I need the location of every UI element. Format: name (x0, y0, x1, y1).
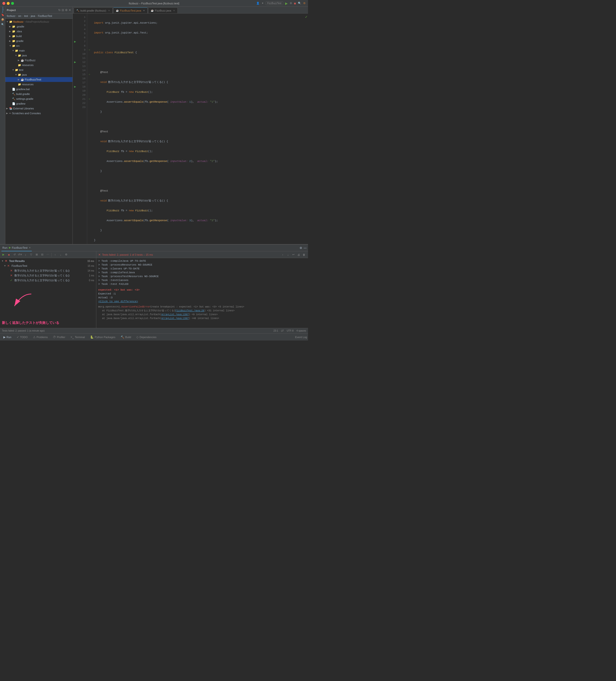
minimize-button[interactable] (7, 2, 10, 5)
stop-test-button[interactable]: ■ (6, 252, 11, 257)
vcs-icon: ✦ (262, 2, 264, 5)
bc-test[interactable]: test (24, 15, 28, 17)
run-all-button[interactable]: ▶ (1, 252, 6, 257)
collapse-button[interactable]: ⊟ (40, 252, 45, 257)
tree-gradle[interactable]: ▶ 📁 .gradle (5, 24, 73, 29)
tool-icon-3[interactable]: 🔍 (0, 22, 5, 26)
tree-root[interactable]: ▼ 📁 fizzbuzz ~/IdeaProjects/fizzbuzz (5, 19, 73, 24)
status-bar-left: Tests failed: 2; passed: 1 (a minute ago… (2, 329, 45, 332)
profiler-label: Profiler (57, 336, 65, 338)
console-output[interactable]: > Task :compileJava UP-TO-DATE > Task :p… (96, 258, 308, 328)
tool-icon-2[interactable]: 📦 (0, 17, 5, 22)
settings-icon[interactable]: ⚙ (303, 2, 305, 5)
test-name-2: 数字の2を入力すると文字列の2が返ってくる() (15, 274, 70, 277)
event-log-area[interactable]: Event Log (295, 335, 307, 339)
run-gutter-18[interactable]: ▶ (73, 84, 78, 89)
settings-icon-bottom[interactable]: ⚙ (300, 246, 302, 250)
toolbar-terminal[interactable]: >_ Terminal (68, 334, 87, 340)
expand-button[interactable]: ⊞ (34, 252, 39, 257)
tree-build-gradle[interactable]: 🔨 build.gradle (5, 92, 73, 96)
test-results-root[interactable]: ▼ ✕ Test Results 15 ms (0, 258, 96, 263)
run-gutter-12[interactable]: ▶ (73, 60, 78, 64)
tree-idea[interactable]: ▶ 📁 .idea (5, 29, 73, 34)
sort-button[interactable]: ↕ (23, 252, 28, 257)
test-suite-row[interactable]: ▼ ✕ FizzBuzzTest 15 ms (0, 263, 96, 268)
bc-java[interactable]: java (31, 15, 35, 17)
tree-fizzbuzz-class[interactable]: ▶ ☕ FizzBuzz (5, 58, 73, 62)
tree-scratches[interactable]: ▶ ✏ Scratches and Consoles (5, 111, 73, 116)
clear-btn[interactable]: 🗑 (302, 253, 306, 257)
bc-src[interactable]: src (18, 15, 21, 17)
tree-gradle-dir[interactable]: ▶ 📁 gradle (5, 39, 73, 43)
import-button[interactable]: ↓ (58, 252, 63, 257)
debug-button[interactable]: ⚙ (290, 2, 292, 5)
run-button[interactable]: ▶ (285, 1, 288, 5)
scroll-up-btn[interactable]: ↑ (280, 253, 285, 257)
toolbar-todo[interactable]: ✓ TODO (14, 334, 30, 340)
tree-src[interactable]: ▼ 📁 src (5, 43, 73, 48)
tree-java-test[interactable]: ▼ 📁 java (5, 72, 73, 77)
stack-1: ⊞ org.opentest4j.AssertionFailedError Cr… (98, 305, 306, 309)
stack-4: at java.base/java.util.ArrayList.forEach… (98, 317, 306, 320)
tree-gradlew-bat[interactable]: 📄 gradlew.bat (5, 87, 73, 92)
run-close[interactable]: ✕ (29, 247, 31, 249)
tree-java-main[interactable]: ▼ 📁 java (5, 53, 73, 58)
run-tab[interactable]: Run: ▶ FizzBuzzTest ✕ (1, 245, 32, 251)
test-row-2[interactable]: ✕ 数字の2を入力すると文字列の2が返ってくる() 1 ms (0, 273, 96, 278)
test-results-label: Test Results (9, 259, 25, 262)
tree-settings-gradle[interactable]: 🔨 settings.gradle (5, 96, 73, 101)
bc-class[interactable]: FizzBuzzTest (38, 15, 52, 17)
close-icon-bottom[interactable]: — (304, 246, 306, 250)
sync-icon[interactable]: ↻ (58, 8, 61, 12)
toolbar-python-packages[interactable]: 🐍 Python Packages (88, 334, 118, 340)
stop-button[interactable]: ■ (294, 1, 296, 5)
export-button[interactable]: ↑ (53, 252, 58, 257)
tree-resources-main[interactable]: 📁 resources (5, 62, 73, 68)
profiler-icon: ⏱ (53, 335, 56, 339)
scroll-down-btn[interactable]: ↓ (286, 253, 290, 257)
tree-build[interactable]: ▶ 📁 build (5, 34, 73, 39)
toolbar-build[interactable]: 🔨 Build (118, 334, 133, 340)
tab-build-gradle[interactable]: 🔨 build.gradle (fizzbuzz) ✕ (74, 7, 113, 13)
settings-icon[interactable]: ⚙ (65, 8, 68, 12)
collapse-icon[interactable]: ⊟ (62, 8, 64, 12)
maximize-button[interactable] (11, 2, 14, 5)
run-gutter-7[interactable]: ▶ (73, 40, 78, 44)
test-row-3[interactable]: ✓ 数字の1を入力すると文字列の1が返ってくる() 0 ms (0, 278, 96, 283)
console-diff-link[interactable]: <Click to see difference> (98, 300, 306, 303)
toolbar-dependencies[interactable]: ◇ Dependencies (134, 334, 159, 340)
hide-icon[interactable]: ✕ (69, 8, 71, 12)
print-btn[interactable]: 🖨 (296, 253, 301, 257)
tab-fizzbuzz[interactable]: ☕ FizzBuzz.java ✕ (148, 7, 178, 13)
toolbar-run[interactable]: ▶ Run (1, 334, 14, 340)
stack-2: at FizzBuzzTest.数字の3を入力すると文字列の3が返ってくる(Fi… (98, 309, 306, 312)
search-button[interactable]: 🔍 (298, 2, 301, 5)
wrap-btn[interactable]: ↩ (291, 253, 295, 257)
project-icon[interactable]: Project (0, 8, 5, 12)
rerun-button[interactable]: ↺ (12, 252, 17, 257)
divider (51, 253, 52, 257)
test-row-1[interactable]: ✕ 数字の3を入力すると文字列の3が返ってくる() 14 ms (0, 268, 96, 273)
terminal-label: Terminal (75, 336, 85, 338)
bc-fizzbuzz[interactable]: fizzbuzz (7, 15, 16, 17)
tree-fizzbuzztest-class[interactable]: ▶ ☕ FizzBuzzTest (5, 77, 73, 82)
tree-test[interactable]: ▼ 📁 test (5, 68, 73, 72)
more-button[interactable]: ⋯ (45, 252, 50, 257)
run-label: Run: (2, 246, 8, 249)
config-button[interactable]: ⚙ (64, 252, 69, 257)
run-config-label[interactable]: FizzBuzzTest (266, 1, 283, 5)
tool-icon-1[interactable]: 🔖 (0, 12, 5, 17)
tree-resources-test[interactable]: 📁 resources (5, 82, 73, 87)
tab-fizzbuzztest[interactable]: ☕ FizzBuzzTest.java ✕ (113, 7, 148, 13)
tree-main[interactable]: ▼ 📁 main (5, 48, 73, 53)
close-button[interactable] (2, 2, 5, 5)
toolbar-problems[interactable]: ⚠ Problems (31, 334, 50, 340)
toolbar-profiler[interactable]: ⏱ Profiler (51, 334, 68, 340)
filter-button[interactable]: ▽ (29, 252, 33, 257)
console-panel: ✕ Tests failed: 2, passed: 1 of 3 tests … (96, 251, 308, 328)
suite-time: 15 ms (88, 264, 96, 267)
rerun-failed-button[interactable]: ↺✕ (18, 252, 22, 257)
run-config-name: FizzBuzzTest (12, 246, 27, 249)
tree-gradlew[interactable]: 📄 gradlew (5, 101, 73, 106)
tree-external-libraries[interactable]: ▶ 📚 External Libraries (5, 106, 73, 111)
